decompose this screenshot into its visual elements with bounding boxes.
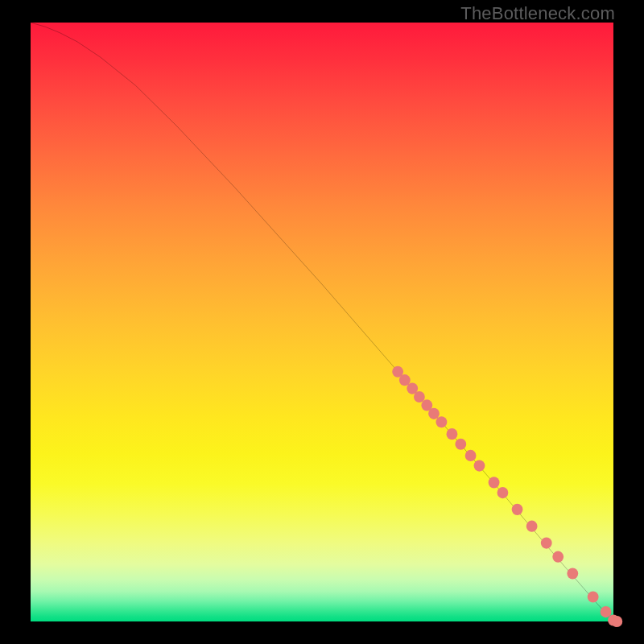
data-point <box>526 521 538 532</box>
data-point <box>436 416 448 427</box>
data-point <box>541 537 552 548</box>
data-point <box>399 374 411 386</box>
data-point <box>497 487 509 498</box>
data-point <box>611 616 622 627</box>
data-point <box>465 450 477 461</box>
chart-stage: TheBottleneck.com <box>0 0 644 644</box>
data-point <box>567 568 578 579</box>
bottleneck-curve <box>31 23 613 621</box>
data-point <box>588 591 599 602</box>
data-points <box>392 366 622 627</box>
data-point <box>455 439 466 450</box>
data-point <box>552 551 564 563</box>
data-point <box>414 391 425 402</box>
data-point <box>447 428 458 440</box>
data-point <box>489 477 500 488</box>
watermark-text: TheBottleneck.com <box>460 3 615 24</box>
data-point <box>601 606 612 617</box>
data-point <box>474 460 485 471</box>
data-point <box>512 504 523 515</box>
data-point <box>428 408 440 419</box>
chart-overlay <box>31 23 613 621</box>
